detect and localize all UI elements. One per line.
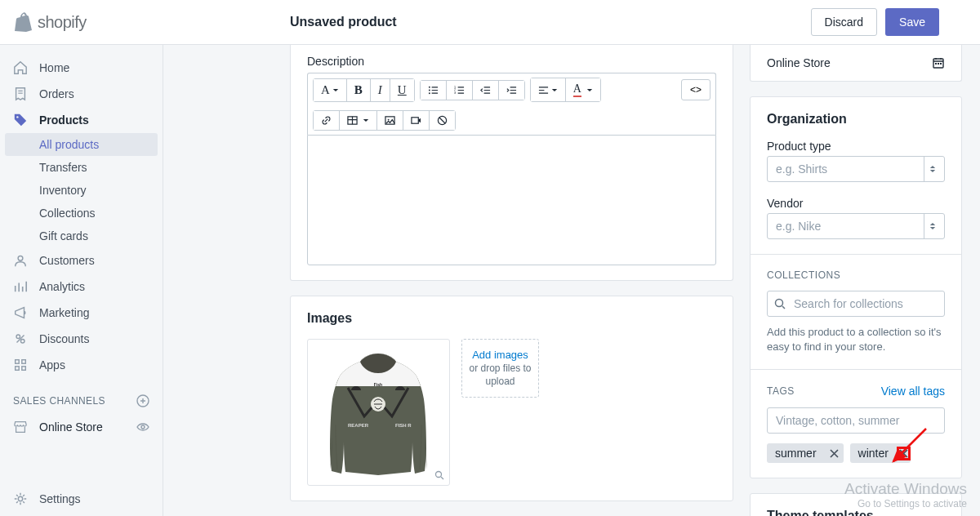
- svg-point-31: [776, 300, 783, 307]
- apps-icon: [13, 358, 28, 372]
- collections-help-text: Add this product to a collection so it's…: [767, 325, 945, 354]
- home-icon: [13, 60, 28, 75]
- sidebar-item-products[interactable]: Products: [0, 107, 163, 133]
- vendor-input[interactable]: [767, 213, 945, 239]
- svg-text:3: 3: [454, 91, 456, 95]
- organization-card: Organization Product type Vendor: [750, 96, 962, 478]
- discounts-icon: [13, 331, 28, 346]
- rte-number-list-button[interactable]: 123: [447, 81, 473, 100]
- svg-point-13: [429, 92, 430, 94]
- add-images-link[interactable]: Add images: [472, 349, 528, 361]
- product-image-thumb[interactable]: Fish REAPER FISH R: [307, 339, 450, 486]
- analytics-icon: [13, 279, 28, 294]
- sidebar-section-channels: SALES CHANNELS: [0, 378, 163, 414]
- svg-text:FISH R: FISH R: [395, 423, 412, 428]
- rte-italic-button[interactable]: I: [371, 79, 390, 101]
- rte-video-button[interactable]: [403, 111, 430, 130]
- marketing-icon: [13, 305, 28, 320]
- svg-rect-29: [938, 63, 939, 64]
- svg-rect-30: [940, 63, 942, 64]
- products-icon: [13, 113, 28, 127]
- collections-search-input[interactable]: [767, 291, 945, 317]
- customers-icon: [13, 253, 28, 268]
- svg-rect-7: [22, 367, 26, 371]
- eye-icon[interactable]: [136, 420, 149, 434]
- add-channel-icon[interactable]: [136, 394, 149, 407]
- sidebar-item-apps[interactable]: Apps: [0, 352, 163, 378]
- online-store-card: Online Store: [750, 45, 962, 82]
- sidebar-item-label: Analytics: [39, 280, 85, 293]
- svg-rect-28: [935, 63, 937, 64]
- sidebar-sub-gift-cards[interactable]: Gift cards: [0, 225, 163, 247]
- rte-bullet-list-button[interactable]: [421, 81, 447, 100]
- rte-toolbar-row2: [307, 106, 716, 135]
- sidebar-item-settings[interactable]: Settings: [0, 482, 163, 516]
- sidebar-sub-all-products[interactable]: All products: [5, 133, 158, 156]
- sidebar-item-discounts[interactable]: Discounts: [0, 326, 163, 352]
- rte-image-button[interactable]: [377, 111, 403, 130]
- add-images-dropzone[interactable]: Add images or drop files to upload: [461, 339, 539, 398]
- svg-point-1: [18, 256, 23, 260]
- channels-header-label: SALES CHANNELS: [13, 395, 105, 407]
- online-store-icon: [13, 420, 28, 434]
- sidebar-item-label: Marketing: [39, 306, 89, 319]
- sidebar-sub-inventory[interactable]: Inventory: [0, 179, 163, 202]
- rte-link-button[interactable]: [314, 111, 340, 130]
- zoom-icon: [434, 470, 444, 480]
- svg-text:Fish: Fish: [374, 382, 382, 387]
- search-icon: [774, 298, 786, 309]
- sidebar-item-home[interactable]: Home: [0, 55, 163, 81]
- collections-header: COLLECTIONS: [767, 269, 945, 281]
- rte-underline-button[interactable]: U: [390, 79, 414, 101]
- product-type-input[interactable]: [767, 156, 945, 182]
- sidebar-item-analytics[interactable]: Analytics: [0, 274, 163, 300]
- calendar-icon[interactable]: [932, 56, 945, 69]
- rte-color-menu[interactable]: A: [566, 78, 600, 101]
- images-card: Images Fish: [290, 296, 733, 501]
- rte-indent-button[interactable]: [499, 81, 524, 100]
- sidebar-item-label: Orders: [39, 87, 74, 100]
- rte-paragraph-menu[interactable]: A: [314, 79, 347, 101]
- rte-table-menu[interactable]: [340, 111, 377, 130]
- online-store-label: Online Store: [767, 56, 831, 69]
- logo[interactable]: shopify: [0, 12, 163, 32]
- discard-button[interactable]: Discard: [811, 8, 877, 36]
- rte-bold-button[interactable]: B: [347, 79, 371, 101]
- images-title: Images: [307, 311, 716, 326]
- gear-icon: [13, 492, 28, 506]
- sidebar-item-customers[interactable]: Customers: [0, 247, 163, 274]
- rte-html-button[interactable]: <>: [681, 79, 710, 100]
- sidebar-item-label: Customers: [39, 254, 95, 267]
- rte-outdent-button[interactable]: [473, 81, 499, 100]
- hoodie-image: Fish REAPER FISH R: [315, 347, 442, 478]
- organization-title: Organization: [767, 112, 945, 127]
- sidebar-channel-online-store[interactable]: Online Store: [0, 414, 163, 440]
- topbar: shopify Unsaved product Discard Save: [0, 0, 980, 45]
- tags-input[interactable]: [767, 407, 945, 434]
- rte-align-menu[interactable]: [531, 78, 566, 101]
- rte-clear-button[interactable]: [430, 111, 455, 130]
- tags-header: TAGS: [767, 385, 795, 397]
- topbar-actions: Discard Save: [811, 8, 980, 36]
- sidebar-item-label: Apps: [39, 358, 65, 371]
- svg-point-19: [388, 119, 390, 121]
- sidebar: Home Orders Products All products Transf…: [0, 45, 163, 516]
- svg-rect-20: [412, 118, 418, 123]
- sidebar-item-label: Home: [39, 61, 69, 74]
- sidebar-item-orders[interactable]: Orders: [0, 81, 163, 107]
- svg-point-12: [429, 89, 430, 91]
- tag-remove-button[interactable]: [897, 447, 911, 460]
- tag-remove-button[interactable]: [825, 446, 844, 461]
- description-card: Description A B I U 123: [290, 45, 733, 281]
- svg-point-11: [429, 86, 430, 87]
- vendor-label: Vendor: [767, 197, 945, 210]
- sidebar-item-marketing[interactable]: Marketing: [0, 300, 163, 326]
- tag-label: winter: [850, 443, 897, 463]
- view-all-tags-link[interactable]: View all tags: [881, 385, 945, 398]
- description-textarea[interactable]: [307, 135, 716, 265]
- sidebar-sub-transfers[interactable]: Transfers: [0, 156, 163, 179]
- svg-point-26: [436, 472, 442, 478]
- add-images-subtext: or drop files to upload: [469, 363, 532, 388]
- save-button[interactable]: Save: [885, 8, 939, 36]
- sidebar-sub-collections[interactable]: Collections: [0, 202, 163, 225]
